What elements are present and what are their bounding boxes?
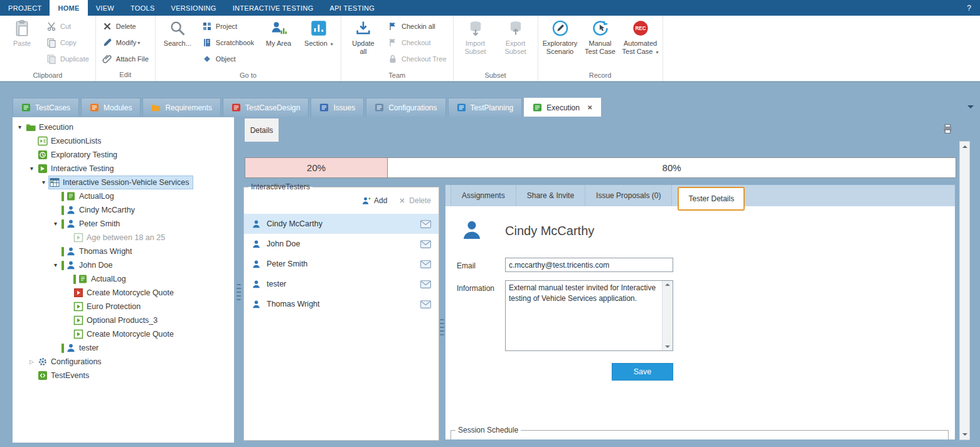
vertical-scrollbar[interactable] (959, 141, 970, 440)
ribbon-export-subset-button: ExportSubset (496, 16, 536, 71)
add-person-icon (361, 196, 371, 206)
menu-item-project[interactable]: PROJECT (0, 0, 50, 16)
collapsed-icon[interactable]: ▷ (27, 355, 36, 369)
expanded-icon[interactable]: ▾ (51, 258, 60, 272)
ribbon-duplicate-button: Duplicate (42, 51, 93, 67)
tab-assignments[interactable]: Assignments (450, 185, 516, 206)
menu-item-tools[interactable]: TOOLS (122, 0, 163, 16)
tree-item-create-motorcycle-quote[interactable]: Create Motorcycle Quote (13, 286, 234, 300)
ribbon-manual-test-case-button[interactable]: ManualTest Case (580, 16, 620, 71)
information-field[interactable]: External manual tester invited for Inter… (506, 281, 673, 350)
help-button[interactable]: ? (958, 0, 980, 16)
menu-item-view[interactable]: VIEW (88, 0, 122, 16)
tester-row-tester[interactable]: tester (244, 274, 439, 294)
ribbon-search-button[interactable]: Search... (157, 16, 198, 71)
ribbon-object-button[interactable]: Object (198, 51, 258, 67)
menu-item-home[interactable]: HOME (50, 0, 87, 16)
splitter-handle-left[interactable] (237, 284, 241, 300)
ribbon-checkin-all-label: Checkin all (402, 23, 435, 30)
tab-execution[interactable]: Execution✕ (524, 98, 601, 117)
tester-row-john-doe[interactable]: John Doe (244, 234, 439, 254)
tree-item-configurations[interactable]: ▷Configurations (13, 355, 234, 369)
tab-close-icon[interactable]: ✕ (587, 104, 592, 111)
ribbon-checkin-all-button[interactable]: Checkin all (383, 18, 451, 34)
session-progress-bar: 20%80% (245, 157, 956, 178)
save-button[interactable]: Save (612, 363, 673, 381)
tree-item-actuallog[interactable]: ActualLog (13, 189, 234, 203)
ribbon-group-label-subset: Subset (455, 71, 536, 81)
menu-item-api-testing[interactable]: API TESTING (322, 0, 383, 16)
tree-item-euro-protection[interactable]: Euro Protection (13, 300, 234, 313)
tree-item-interactive-testing[interactable]: ▾Interactive Testing (13, 162, 234, 176)
tree-item-exploratory-testing[interactable]: Exploratory Testing (13, 148, 234, 162)
tab-requirements[interactable]: Requirements (142, 98, 221, 117)
tab-issues[interactable]: Issues (311, 98, 364, 117)
ribbon-delete-button[interactable]: Delete (98, 18, 153, 34)
menu-item-interactive-testing[interactable]: INTERACTIVE TESTING (225, 0, 322, 16)
splitter-handle-right[interactable] (440, 319, 444, 335)
tree-item-optional-products-3[interactable]: Optional Products_3 (13, 313, 234, 327)
tab-overflow-icon[interactable] (967, 105, 974, 108)
email-field[interactable] (505, 258, 673, 272)
tree-item-label: Exploratory Testing (51, 150, 117, 159)
tree-item-peter-smith[interactable]: ▾Peter Smith (13, 217, 234, 231)
ribbon-modify-button[interactable]: Modify▾ (98, 34, 153, 51)
ribbon-update-all-button[interactable]: Updateall (343, 16, 383, 71)
tree-item-label: Euro Protection (87, 302, 141, 311)
tree-item-actuallog[interactable]: ActualLog (13, 272, 234, 286)
ribbon-project-button[interactable]: Project (198, 18, 258, 34)
scroll-up-icon[interactable] (665, 283, 670, 286)
tree-item-age-between-18-an-25[interactable]: Age between 18 an 25 (13, 231, 234, 245)
envelope-icon[interactable] (420, 220, 431, 228)
tab-testcasedesign[interactable]: TestCaseDesign (223, 98, 309, 117)
scroll-down-icon[interactable] (960, 429, 969, 439)
details-tab[interactable]: Details (245, 118, 279, 142)
print-icon[interactable] (942, 124, 954, 134)
tree-item-execution[interactable]: ▾Execution (13, 120, 234, 134)
menu-item-versioning[interactable]: VERSIONING (163, 0, 225, 16)
expanded-icon[interactable]: ▾ (15, 120, 24, 134)
tree-item-cindy-mccarthy[interactable]: Cindy McCarthy (13, 203, 234, 217)
tab-share-invite[interactable]: Share & Invite (516, 185, 585, 206)
tree-item-create-motorcycle-quote[interactable]: Create Motorcycle Quote (13, 327, 234, 341)
test-events-icon (38, 371, 48, 381)
envelope-icon[interactable] (420, 280, 431, 288)
ribbon-section-button[interactable]: Section ▾ (299, 16, 339, 71)
envelope-icon[interactable] (420, 240, 431, 248)
tab-issue-proposals-0[interactable]: Issue Proposals (0) (585, 185, 672, 206)
add-tester-button[interactable]: Add (361, 196, 387, 206)
tester-row-thomas-wright[interactable]: Thomas Wright (244, 294, 439, 314)
scroll-down-icon[interactable] (665, 345, 670, 348)
tester-row-cindy-mccarthy[interactable]: Cindy McCarthy (244, 214, 439, 234)
tree-item-executionlists[interactable]: ExecutionLists (13, 134, 234, 148)
envelope-icon[interactable] (420, 260, 431, 268)
ribbon-exploratory-scenario-button[interactable]: ExploratoryScenario (540, 16, 580, 71)
ribbon-automated-test-case-button[interactable]: RECAutomatedTest Case ▾ (620, 16, 661, 71)
tab-testplanning[interactable]: TestPlanning (448, 98, 523, 117)
tree-item-thomas-wright[interactable]: Thomas Wright (13, 245, 234, 258)
tab-testcases[interactable]: TestCases (13, 98, 79, 117)
expanded-icon[interactable]: ▾ (51, 217, 60, 231)
scroll-up-icon[interactable] (960, 142, 969, 152)
project-icon (202, 21, 212, 31)
tree-item-label: Peter Smith (79, 219, 120, 228)
tree-item-tester[interactable]: tester (13, 341, 234, 355)
ribbon-attach-file-button[interactable]: Attach File (98, 51, 153, 67)
person-icon (66, 219, 76, 229)
tab-tester-details[interactable]: Tester Details (678, 187, 745, 211)
tree-item-john-doe[interactable]: ▾John Doe (13, 258, 234, 272)
tree-item-testevents[interactable]: TestEvents (13, 369, 234, 382)
textarea-scrollbar[interactable] (662, 281, 673, 350)
ribbon-scratchbook-button[interactable]: Scratchbook (198, 34, 258, 51)
section-icon (310, 19, 328, 37)
tab-modules[interactable]: Modules (81, 98, 141, 117)
person-icon (252, 300, 261, 309)
tree-item-interactive-session-vehicle-services[interactable]: ▾Interactive Session-Vehicle Services (13, 176, 234, 189)
ribbon-my-area-button[interactable]: My Area (258, 16, 299, 71)
expanded-icon[interactable]: ▾ (27, 162, 36, 176)
envelope-icon[interactable] (420, 300, 431, 308)
play-green-icon (73, 302, 83, 312)
tester-row-peter-smith[interactable]: Peter Smith (244, 254, 439, 274)
tab-configurations[interactable]: Configurations (366, 98, 445, 117)
expanded-icon[interactable]: ▾ (39, 176, 48, 189)
